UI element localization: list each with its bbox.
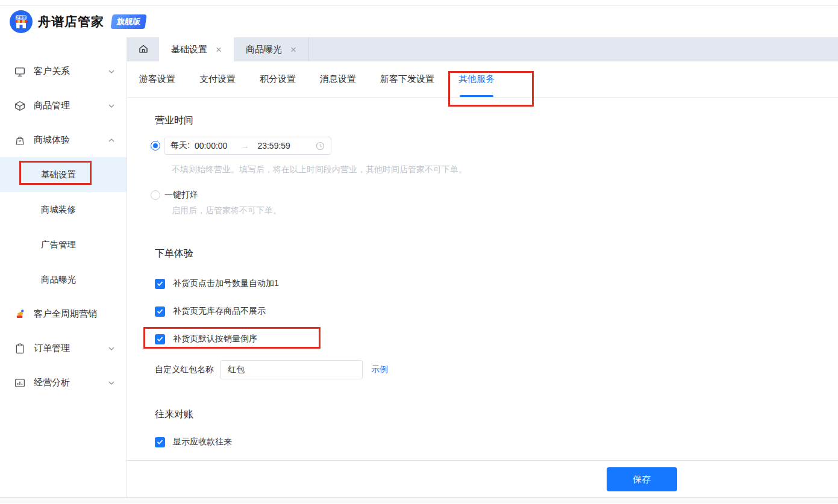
end-time-value[interactable]: 23:59:59 <box>257 141 290 151</box>
section-title-reconciliation: 往来对账 <box>155 408 838 421</box>
sidebar-item-customer-relations[interactable]: 客户关系 <box>0 54 127 89</box>
close-icon[interactable]: × <box>290 45 296 55</box>
app-header: 店管家 舟谱店管家 旗舰版 <box>0 6 838 37</box>
sidebar: 客户关系 商品管理 商城体验 基础设置 商城装修 广告管理 <box>0 37 127 497</box>
sidebar-subitem-basic-settings[interactable]: 基础设置 <box>0 157 127 192</box>
checkbox-row-sort-by-sales: 补货页默认按销量倒序 <box>155 334 257 344</box>
main-panel: 基础设置 × 商品曝光 × 游客设置 支付设置 积分设置 消息设置 新客下发设置… <box>127 37 838 497</box>
sidebar-subitem-ad-management[interactable]: 广告管理 <box>0 227 127 262</box>
chevron-down-icon <box>108 347 114 350</box>
checkbox-auto-plus-one[interactable] <box>155 279 165 289</box>
brand-name: 舟谱店管家 <box>38 13 104 30</box>
range-arrow-icon: → <box>240 141 249 151</box>
one-click-close-label: 一键打烊 <box>164 190 198 201</box>
checkbox-label: 补货页无库存商品不展示 <box>173 306 266 317</box>
redpacket-name-input[interactable] <box>220 360 363 379</box>
bar-chart-icon <box>14 378 25 388</box>
tab-other-services[interactable]: 其他服务 <box>458 61 495 97</box>
sidebar-item-order-management[interactable]: 订单管理 <box>0 331 127 366</box>
brand-edition-badge: 旗舰版 <box>110 14 146 29</box>
sidebar-subitem-product-exposure[interactable]: 商品曝光 <box>0 262 127 297</box>
tab-points-settings[interactable]: 积分设置 <box>260 61 296 97</box>
marketing-brush-icon <box>14 309 25 320</box>
sidebar-subitem-label: 商品曝光 <box>41 274 76 285</box>
checkbox-row-hide-out-of-stock: 补货页无库存商品不展示 <box>155 306 266 317</box>
sidebar-subitem-label: 基础设置 <box>41 169 76 181</box>
sidebar-subitem-label: 广告管理 <box>41 239 76 250</box>
checkbox-row-auto-plus-one: 补货页点击加号数量自动加1 <box>155 278 279 289</box>
close-icon[interactable]: × <box>216 45 222 55</box>
time-range-picker[interactable]: 每天: 00:00:00 → 23:59:59 <box>164 137 331 155</box>
close-shop-row: 一键打烊 <box>151 190 838 201</box>
section-title-business-hours: 营业时间 <box>155 114 838 127</box>
tab-message-settings[interactable]: 消息设置 <box>320 61 356 97</box>
close-shop-hint: 启用后，店管家将不可下单。 <box>172 205 838 216</box>
sidebar-item-label: 客户关系 <box>34 66 70 77</box>
redpacket-name-label: 自定义红包名称 <box>155 364 214 375</box>
shopping-bag-icon <box>14 135 25 146</box>
footer-bar: 保存 <box>127 460 838 497</box>
brand-logo-icon: 店管家 <box>10 10 33 33</box>
monitor-icon <box>14 66 25 77</box>
sidebar-item-mall-experience[interactable]: 商城体验 <box>0 123 127 157</box>
settings-content: 营业时间 每天: 00:00:00 → 23:59:59 不填则始终营业。填写后… <box>127 98 838 460</box>
checkbox-sort-by-sales[interactable] <box>155 334 165 344</box>
business-hours-hint: 不填则始终营业。填写后，将在以上时间段内营业，其他时间店管家不可下单。 <box>172 164 838 175</box>
tab-label: 商品曝光 <box>246 44 282 55</box>
radio-daily-hours[interactable] <box>151 141 160 151</box>
chevron-down-icon <box>108 70 114 73</box>
sidebar-subitem-label: 商城装修 <box>41 204 76 216</box>
sidebar-item-business-analysis[interactable]: 经营分析 <box>0 366 127 400</box>
settings-tabs: 游客设置 支付设置 积分设置 消息设置 新客下发设置 其他服务 <box>127 61 838 98</box>
sidebar-item-label: 客户全周期营销 <box>34 308 97 320</box>
chevron-up-icon <box>108 138 114 142</box>
sidebar-item-label: 经营分析 <box>34 377 70 388</box>
sidebar-item-product-management[interactable]: 商品管理 <box>0 89 127 123</box>
checkbox-show-receivable[interactable] <box>155 437 165 447</box>
checkbox-label: 补货页点击加号数量自动加1 <box>173 278 279 289</box>
tab-product-exposure[interactable]: 商品曝光 × <box>234 37 309 61</box>
daily-label: 每天: <box>170 140 190 151</box>
tab-label: 基础设置 <box>171 44 207 55</box>
tab-basic-settings[interactable]: 基础设置 × <box>159 37 234 61</box>
sidebar-item-customer-lifecycle-marketing[interactable]: 客户全周期营销 <box>0 297 127 331</box>
redpacket-name-row: 自定义红包名称 示例 <box>155 360 838 379</box>
clipboard-icon <box>14 343 25 354</box>
clock-icon[interactable] <box>316 142 325 151</box>
sidebar-item-label: 商品管理 <box>34 100 70 111</box>
home-icon <box>137 43 149 57</box>
window-top-edge <box>0 0 838 6</box>
open-tabs-bar: 基础设置 × 商品曝光 × <box>127 37 838 61</box>
start-time-value[interactable]: 00:00:00 <box>195 141 228 151</box>
tab-visitor-settings[interactable]: 游客设置 <box>139 61 175 97</box>
cube-icon <box>14 101 25 111</box>
tab-new-customer-settings[interactable]: 新客下发设置 <box>380 61 434 97</box>
save-button[interactable]: 保存 <box>607 467 677 491</box>
sidebar-item-label: 订单管理 <box>34 343 70 354</box>
chevron-down-icon <box>108 381 114 385</box>
example-link[interactable]: 示例 <box>371 364 388 375</box>
checkbox-label: 补货页默认按销量倒序 <box>173 334 257 344</box>
radio-one-click-close[interactable] <box>151 190 160 200</box>
chevron-down-icon <box>108 104 114 108</box>
checkbox-label: 显示应收款往来 <box>173 437 232 447</box>
svg-text:店管家: 店管家 <box>16 16 27 20</box>
checkbox-row-receivable: 显示应收款往来 <box>155 437 232 447</box>
daily-hours-row: 每天: 00:00:00 → 23:59:59 <box>151 137 838 155</box>
sidebar-subitem-mall-decoration[interactable]: 商城装修 <box>0 192 127 227</box>
home-tab[interactable] <box>127 37 159 61</box>
tab-payment-settings[interactable]: 支付设置 <box>199 61 236 97</box>
sidebar-item-label: 商城体验 <box>34 134 70 146</box>
window-bottom-edge <box>0 497 838 503</box>
checkbox-hide-out-of-stock[interactable] <box>155 306 165 317</box>
section-title-order-experience: 下单体验 <box>155 247 838 260</box>
